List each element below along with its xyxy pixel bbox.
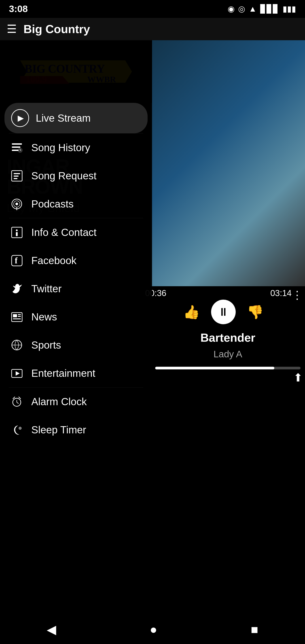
svg-rect-6 — [12, 146, 20, 148]
song-history-label: Song History — [31, 142, 90, 154]
twitter-icon — [9, 281, 24, 296]
song-title: Bartender — [155, 331, 300, 344]
svg-line-35 — [17, 402, 18, 404]
news-icon — [9, 309, 24, 325]
facebook-icon: f — [9, 253, 24, 268]
status-bar: 3:08 ◉ ◎ ▲ ▊▊▊ ▮▮▮ — [0, 0, 305, 18]
svg-line-37 — [19, 397, 20, 399]
drawer-menu: ▶ Live Stream Song History Song Request … — [0, 103, 152, 444]
live-stream-label: Live Stream — [36, 112, 90, 124]
drawer-item-sleep-timer[interactable]: Sleep Timer — [0, 416, 152, 444]
info-contact-label: Info & Contact — [31, 226, 96, 238]
record-icon: ◉ — [228, 4, 234, 14]
home-button[interactable]: ● — [150, 622, 157, 636]
nav-bar: ◀ ● ■ — [0, 615, 305, 644]
sports-icon — [9, 337, 24, 353]
drawer-item-facebook[interactable]: f Facebook — [0, 246, 152, 274]
back-button[interactable]: ◀ — [47, 622, 56, 636]
player-controls: 👍 ⏸ 👎 — [151, 300, 296, 324]
progress-bar[interactable] — [155, 367, 300, 370]
svg-rect-27 — [18, 316, 21, 317]
sports-label: Sports — [31, 339, 61, 351]
thumbs-down-button[interactable]: 👎 — [247, 304, 264, 320]
drawer-item-twitter[interactable]: Twitter — [0, 274, 152, 303]
song-request-icon — [9, 168, 24, 184]
podcasts-icon — [9, 196, 24, 212]
svg-point-20 — [16, 230, 18, 231]
drawer-item-podcasts[interactable]: Podcasts — [0, 190, 152, 218]
svg-rect-12 — [14, 173, 20, 174]
svg-rect-7 — [12, 150, 18, 151]
signal-icon: ▊▊▊ — [260, 4, 279, 14]
sleep-timer-label: Sleep Timer — [31, 424, 86, 436]
drawer-item-sports[interactable]: Sports — [0, 331, 152, 359]
svg-rect-13 — [14, 176, 18, 177]
recent-button[interactable]: ■ — [251, 622, 258, 636]
drawer-item-entertainment[interactable]: Entertainment — [0, 359, 152, 387]
svg-rect-21 — [16, 232, 18, 236]
alarm-clock-label: Alarm Clock — [31, 396, 87, 408]
status-icons: ◉ ◎ ▲ ▊▊▊ ▮▮▮ — [228, 4, 296, 14]
song-artist: Lady A — [155, 349, 300, 360]
drawer-item-live-stream[interactable]: ▶ Live Stream — [4, 103, 148, 133]
share-button[interactable]: ⬆ — [293, 371, 303, 384]
twitter-label: Twitter — [31, 283, 62, 295]
drawer-item-info-contact[interactable]: Info & Contact — [0, 218, 152, 246]
location-icon: ◎ — [238, 4, 245, 14]
svg-rect-14 — [14, 178, 18, 179]
svg-rect-25 — [13, 314, 17, 317]
facebook-label: Facebook — [31, 254, 76, 266]
app-title: Big Country — [24, 22, 90, 36]
time-remaining: 03:14 — [270, 288, 292, 298]
hamburger-icon[interactable]: ☰ — [7, 22, 17, 36]
podcasts-label: Podcasts — [31, 198, 74, 210]
album-art — [151, 40, 305, 286]
battery-icon: ▮▮▮ — [283, 4, 296, 14]
svg-rect-28 — [13, 318, 21, 319]
song-request-label: Song Request — [31, 170, 96, 182]
svg-marker-32 — [16, 371, 20, 376]
news-label: News — [31, 311, 57, 323]
drawer-item-news[interactable]: News — [0, 303, 152, 331]
top-bar: ☰ Big Country — [0, 18, 305, 40]
live-stream-play-icon: ▶ — [11, 109, 29, 127]
info-contact-icon — [9, 224, 24, 240]
drawer-item-alarm-clock[interactable]: Alarm Clock — [0, 388, 152, 416]
entertainment-icon — [9, 366, 24, 381]
thumbs-up-button[interactable]: 👍 — [183, 304, 200, 320]
status-time: 3:08 — [9, 4, 28, 14]
svg-point-39 — [20, 428, 20, 429]
song-history-icon — [9, 140, 24, 156]
drawer-item-song-history[interactable]: Song History — [0, 134, 152, 162]
svg-line-36 — [13, 397, 15, 399]
entertainment-label: Entertainment — [31, 367, 95, 379]
svg-rect-26 — [18, 314, 21, 315]
drawer-item-song-request[interactable]: Song Request — [0, 162, 152, 190]
sleep-timer-icon — [9, 422, 24, 438]
pause-button[interactable]: ⏸ — [211, 300, 236, 324]
wifi-icon: ▲ — [249, 4, 257, 14]
svg-text:f: f — [15, 256, 18, 265]
svg-rect-5 — [12, 143, 22, 145]
svg-point-17 — [16, 202, 18, 205]
progress-fill — [155, 367, 274, 370]
alarm-clock-icon — [9, 394, 24, 410]
